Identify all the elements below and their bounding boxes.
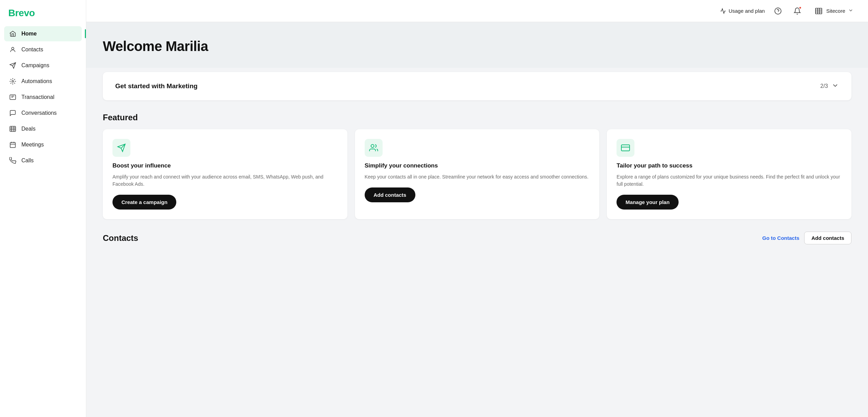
boost-card-title: Boost your influence [112, 162, 338, 169]
logo: Brevo [0, 0, 86, 25]
contacts-header: Contacts Go to Contacts Add contacts [103, 232, 851, 244]
sidebar-item-home[interactable]: Home [4, 26, 82, 41]
contacts-section: Contacts Go to Contacts Add contacts [86, 219, 868, 244]
sidebar-item-calls-label: Calls [21, 157, 34, 164]
sidebar-item-meetings[interactable]: Meetings [4, 137, 82, 152]
get-started-progress: 2/3 [820, 82, 839, 91]
featured-section: Featured Boost your influence Amplify yo… [86, 100, 868, 219]
connections-card-desc: Keep your contacts all in one place. Str… [365, 173, 590, 181]
sidebar: Brevo Home Contacts Campaigns [0, 0, 86, 417]
plan-card-icon [617, 139, 634, 157]
account-menu[interactable]: Sitecore [810, 4, 857, 18]
sidebar-nav: Home Contacts Campaigns Automations [0, 25, 86, 170]
sidebar-item-home-label: Home [21, 31, 37, 37]
svg-rect-3 [10, 126, 16, 132]
credit-card-icon [621, 143, 630, 152]
get-started-label: Get started with Marketing [115, 82, 198, 90]
sidebar-item-automations[interactable]: Automations [4, 74, 82, 89]
sidebar-item-transactional-label: Transactional [21, 94, 54, 100]
activity-icon [720, 8, 726, 14]
sidebar-item-deals[interactable]: Deals [4, 121, 82, 136]
main-area: Usage and plan Sitecore Welcome Marilia [86, 0, 868, 417]
sidebar-item-automations-label: Automations [21, 78, 52, 84]
goto-contacts-link[interactable]: Go to Contacts [762, 235, 799, 241]
usage-and-plan-button[interactable]: Usage and plan [720, 8, 765, 14]
sidebar-item-campaigns[interactable]: Campaigns [4, 58, 82, 73]
home-icon [9, 30, 17, 38]
svg-point-11 [371, 144, 374, 148]
svg-rect-12 [621, 145, 630, 151]
notification-badge [799, 6, 802, 9]
add-contacts-button[interactable]: Add contacts [365, 187, 415, 202]
sidebar-item-campaigns-label: Campaigns [21, 62, 49, 69]
tailor-card-desc: Explore a range of plans customized for … [617, 173, 842, 188]
sidebar-item-conversations[interactable]: Conversations [4, 105, 82, 121]
svg-rect-10 [816, 8, 822, 14]
contacts-actions: Go to Contacts Add contacts [762, 232, 851, 244]
contacts-icon [9, 46, 17, 53]
meetings-icon [9, 141, 17, 149]
campaigns-icon [9, 62, 17, 69]
topbar: Usage and plan Sitecore [86, 0, 868, 22]
transactional-icon [9, 93, 17, 101]
svg-point-8 [775, 8, 781, 14]
brand-logo: Brevo [8, 8, 35, 19]
users-icon [369, 143, 378, 152]
featured-cards-grid: Boost your influence Amplify your reach … [103, 129, 851, 219]
featured-title: Featured [103, 113, 851, 122]
building-icon [814, 6, 823, 16]
get-started-card[interactable]: Get started with Marketing 2/3 [103, 72, 851, 100]
contacts-add-button[interactable]: Add contacts [804, 232, 851, 244]
svg-rect-4 [10, 142, 16, 148]
boost-card-desc: Amplify your reach and connect with your… [112, 173, 338, 188]
conversations-icon [9, 109, 17, 117]
tailor-card-title: Tailor your path to success [617, 162, 842, 169]
sidebar-item-conversations-label: Conversations [21, 110, 57, 116]
create-campaign-button[interactable]: Create a campaign [112, 195, 176, 210]
sidebar-item-contacts[interactable]: Contacts [4, 42, 82, 57]
account-chevron-icon [848, 8, 854, 14]
manage-plan-button[interactable]: Manage your plan [617, 195, 679, 210]
svg-point-1 [12, 81, 14, 82]
sidebar-item-transactional[interactable]: Transactional [4, 90, 82, 105]
send-icon [117, 143, 126, 152]
sidebar-item-deals-label: Deals [21, 126, 36, 132]
account-name: Sitecore [826, 8, 845, 14]
expand-icon [831, 82, 839, 91]
simplify-connections-card: Simplify your connections Keep your cont… [355, 129, 600, 219]
sidebar-item-calls[interactable]: Calls [4, 153, 82, 168]
progress-text: 2/3 [820, 83, 828, 89]
page-content: Welcome Marilia Get started with Marketi… [86, 22, 868, 417]
tailor-path-card: Tailor your path to success Explore a ra… [607, 129, 851, 219]
boost-influence-card: Boost your influence Amplify your reach … [103, 129, 347, 219]
automations-icon [9, 78, 17, 85]
welcome-banner: Welcome Marilia [86, 22, 868, 68]
svg-point-0 [12, 47, 14, 50]
connections-card-title: Simplify your connections [365, 162, 590, 169]
calls-icon [9, 157, 17, 164]
help-button[interactable] [772, 5, 784, 17]
sidebar-item-contacts-label: Contacts [21, 47, 43, 53]
help-icon [774, 7, 782, 15]
deals-icon [9, 125, 17, 133]
contacts-card-icon [365, 139, 383, 157]
contacts-section-title: Contacts [103, 233, 138, 243]
sidebar-item-meetings-label: Meetings [21, 142, 44, 148]
notifications-button[interactable] [791, 5, 803, 17]
welcome-title: Welcome Marilia [103, 39, 851, 54]
usage-label: Usage and plan [729, 8, 765, 14]
campaign-card-icon [112, 139, 130, 157]
